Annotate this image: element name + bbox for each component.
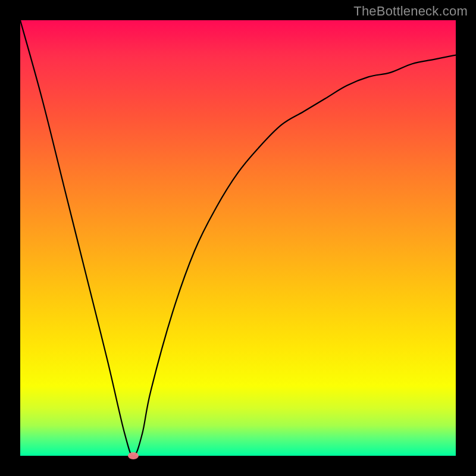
chart-frame: TheBottleneck.com xyxy=(0,0,476,476)
bottleneck-curve xyxy=(20,20,456,456)
plot-area xyxy=(20,20,456,456)
minimum-marker xyxy=(128,452,139,459)
watermark-text: TheBottleneck.com xyxy=(353,4,468,19)
